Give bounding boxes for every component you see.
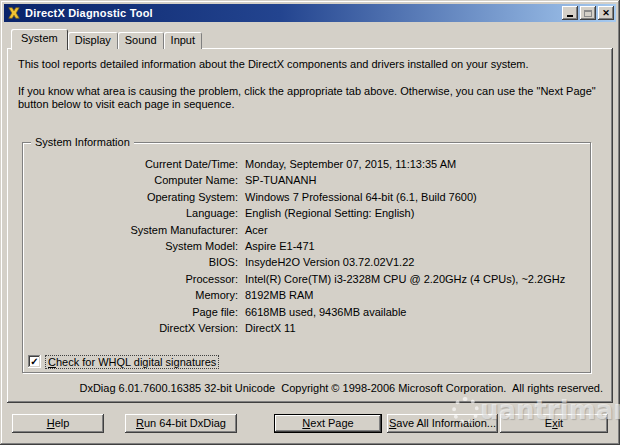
info-value: Aspire E1-471 bbox=[245, 238, 315, 254]
system-tab-page: This tool reports detailed information a… bbox=[7, 48, 613, 403]
help-button[interactable]: Help bbox=[12, 414, 104, 433]
system-information-groupbox: System Information Current Date/Time: Mo… bbox=[22, 142, 591, 373]
dxdiag-app-icon bbox=[7, 6, 21, 20]
info-row-memory: Memory: 8192MB RAM bbox=[29, 287, 586, 303]
info-label: Memory: bbox=[29, 287, 238, 303]
info-label: DirectX Version: bbox=[29, 320, 238, 336]
info-value: 8192MB RAM bbox=[245, 287, 313, 303]
tab-sound[interactable]: Sound bbox=[118, 32, 164, 49]
groupbox-label: System Information bbox=[31, 136, 134, 148]
tab-input[interactable]: Input bbox=[164, 32, 202, 49]
info-row-date-time: Current Date/Time: Monday, September 07,… bbox=[29, 156, 586, 172]
tab-display[interactable]: Display bbox=[68, 32, 118, 49]
dxdiag-version-copyright: DxDiag 6.01.7600.16385 32-bit Unicode Co… bbox=[79, 382, 603, 394]
info-row-page-file: Page file: 6618MB used, 9436MB available bbox=[29, 304, 586, 320]
check-icon: ✓ bbox=[30, 357, 38, 367]
info-label: System Model: bbox=[29, 238, 238, 254]
tab-strip: System Display Sound Input bbox=[11, 29, 202, 49]
tab-system[interactable]: System bbox=[11, 29, 68, 50]
info-label: Computer Name: bbox=[29, 172, 238, 188]
window-title: DirectX Diagnostic Tool bbox=[25, 7, 560, 19]
intro-paragraph-1: This tool reports detailed information a… bbox=[18, 58, 604, 71]
info-row-computer-name: Computer Name: SP-TUANANH bbox=[29, 172, 586, 188]
info-value: English (Regional Setting: English) bbox=[245, 205, 414, 221]
whql-checkbox[interactable]: ✓ Check for WHQL digital signatures bbox=[28, 355, 218, 368]
close-button[interactable]: ✕ bbox=[598, 6, 614, 20]
info-label: Processor: bbox=[29, 271, 238, 287]
info-row-operating-system: Operating System: Windows 7 Professional… bbox=[29, 189, 586, 205]
minimize-icon bbox=[567, 15, 573, 17]
whql-checkbox-label: Check for WHQL digital signatures bbox=[46, 356, 218, 368]
info-value: DirectX 11 bbox=[245, 320, 296, 336]
info-label: Language: bbox=[29, 205, 238, 221]
exit-button[interactable]: Exit bbox=[500, 414, 608, 433]
info-row-bios: BIOS: InsydeH2O Version 03.72.02V1.22 bbox=[29, 254, 586, 270]
info-row-processor: Processor: Intel(R) Core(TM) i3-2328M CP… bbox=[29, 271, 586, 287]
info-label: BIOS: bbox=[29, 254, 238, 270]
dxdiag-window: DirectX Diagnostic Tool ✕ System Display… bbox=[0, 0, 620, 445]
info-row-directx-version: DirectX Version: DirectX 11 bbox=[29, 320, 586, 336]
info-value: SP-TUANANH bbox=[245, 172, 317, 188]
info-row-system-model: System Model: Aspire E1-471 bbox=[29, 238, 586, 254]
maximize-icon bbox=[584, 10, 592, 17]
save-all-information-button[interactable]: Save All Information... bbox=[387, 414, 498, 433]
next-page-button[interactable]: Next Page bbox=[274, 414, 382, 433]
info-value: Monday, September 07, 2015, 11:13:35 AM bbox=[245, 156, 456, 172]
info-row-language: Language: English (Regional Setting: Eng… bbox=[29, 205, 586, 221]
checkbox-checked-icon[interactable]: ✓ bbox=[28, 355, 41, 368]
info-label: Current Date/Time: bbox=[29, 156, 238, 172]
info-label: Operating System: bbox=[29, 189, 238, 205]
info-row-system-manufacturer: System Manufacturer: Acer bbox=[29, 222, 586, 238]
info-value: Intel(R) Core(TM) i3-2328M CPU @ 2.20GHz… bbox=[245, 271, 565, 287]
run-64bit-dxdiag-button[interactable]: Run 64-bit DxDiag bbox=[125, 414, 237, 433]
maximize-button bbox=[580, 6, 596, 20]
system-information-rows: Current Date/Time: Monday, September 07,… bbox=[29, 156, 586, 336]
info-label: System Manufacturer: bbox=[29, 222, 238, 238]
close-icon: ✕ bbox=[602, 9, 610, 18]
info-value: Acer bbox=[245, 222, 268, 238]
info-value: Windows 7 Professional 64-bit (6.1, Buil… bbox=[245, 189, 477, 205]
info-value: InsydeH2O Version 03.72.02V1.22 bbox=[245, 254, 414, 270]
minimize-button[interactable] bbox=[562, 6, 578, 20]
info-label: Page file: bbox=[29, 304, 238, 320]
info-value: 6618MB used, 9436MB available bbox=[245, 304, 406, 320]
intro-paragraph-2: If you know what area is causing the pro… bbox=[18, 85, 602, 111]
title-bar: DirectX Diagnostic Tool ✕ bbox=[4, 4, 616, 22]
